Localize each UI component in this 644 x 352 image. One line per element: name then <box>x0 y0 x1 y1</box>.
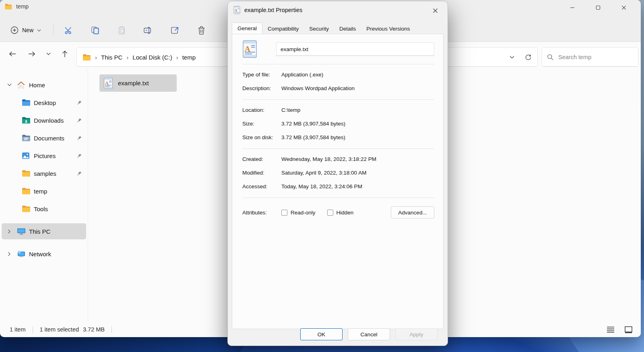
property-row: Description: Windows Wordpad Application <box>242 85 434 92</box>
forward-button[interactable] <box>24 46 39 62</box>
breadcrumb-chevron: › <box>175 54 180 61</box>
tab-general[interactable]: General <box>232 23 262 34</box>
refresh-button[interactable] <box>525 54 532 61</box>
breadcrumb-temp[interactable]: temp <box>180 52 198 62</box>
status-divider <box>33 326 33 333</box>
maximize-button[interactable] <box>585 0 611 15</box>
property-row: Location: C:\temp <box>242 107 434 113</box>
dialog-tab-strip: General Compatibility Security Details P… <box>232 22 444 34</box>
breadcrumb-local-disk[interactable]: Local Disk (C:) <box>130 52 174 62</box>
sidebar-item-this-pc[interactable]: This PC <box>2 223 86 239</box>
property-label: Modified: <box>242 169 281 176</box>
sidebar-item-tools[interactable]: Tools <box>2 200 86 218</box>
sidebar-item-downloads[interactable]: Downloads <box>2 111 86 129</box>
property-value: 3.72 MB (3,907,584 bytes) <box>281 120 345 127</box>
sidebar-item-temp[interactable]: temp <box>2 182 86 200</box>
new-button[interactable]: New <box>6 23 46 37</box>
hidden-checkbox[interactable] <box>327 210 333 216</box>
property-label: Location: <box>242 107 281 113</box>
downloads-folder-icon <box>22 116 31 124</box>
property-value: Saturday, April 9, 2022, 3:18:00 AM <box>281 169 366 176</box>
back-button[interactable] <box>5 46 20 62</box>
chevron-down-icon[interactable] <box>4 83 14 86</box>
minimize-button[interactable] <box>559 0 585 15</box>
breadcrumb-this-pc[interactable]: This PC <box>99 52 125 62</box>
property-row: Type of file: Application (.exe) <box>242 71 434 78</box>
apply-button: Apply <box>395 328 438 340</box>
status-divider <box>111 326 112 333</box>
new-button-label: New <box>22 27 33 33</box>
general-tab-page: A Type of file: Application (.exe) Descr… <box>232 34 444 329</box>
home-icon <box>17 81 26 89</box>
property-value: Today, May 18, 2022, 3:24:06 PM <box>281 183 362 190</box>
tab-previous-versions[interactable]: Previous Versions <box>361 24 415 34</box>
recent-locations-button[interactable] <box>41 46 56 62</box>
address-dropdown-button[interactable] <box>510 56 514 59</box>
breadcrumb-chevron: › <box>125 54 130 61</box>
sidebar-item-samples[interactable]: samples <box>2 165 86 182</box>
property-label: Accessed: <box>242 183 281 190</box>
copy-button[interactable] <box>86 22 104 38</box>
navigation-pane: Home Desktop Downloads <box>0 68 88 321</box>
chevron-right-icon[interactable] <box>4 252 14 256</box>
property-value: 3.72 MB (3,907,584 bytes) <box>281 134 345 141</box>
selection-size: 3.72 MB <box>83 326 105 333</box>
readonly-checkbox[interactable] <box>281 210 287 216</box>
share-button[interactable] <box>165 22 184 38</box>
file-example-txt[interactable]: A example.txt <box>99 74 177 92</box>
sidebar-item-label: Tools <box>34 206 48 212</box>
cancel-button[interactable]: Cancel <box>348 328 390 340</box>
sidebar-item-network[interactable]: Network <box>2 245 86 263</box>
property-row: Created: Wednesday, May 18, 2022, 3:18:2… <box>242 156 434 163</box>
rename-button[interactable] <box>139 22 157 38</box>
paste-button[interactable] <box>112 22 131 38</box>
rename-icon <box>143 26 153 35</box>
sidebar-item-label: Home <box>29 82 45 89</box>
wordpad-document-icon: A <box>233 6 240 14</box>
sidebar-item-label: Desktop <box>34 99 56 106</box>
properties-dialog: A example.txt Properties General Compati… <box>227 1 448 346</box>
filename-input[interactable] <box>276 42 434 56</box>
chevron-right-icon[interactable] <box>4 229 14 234</box>
wordpad-document-icon: A <box>103 78 113 89</box>
tab-compatibility[interactable]: Compatibility <box>262 24 304 34</box>
sidebar-item-label: Pictures <box>34 152 56 159</box>
tab-details[interactable]: Details <box>334 24 361 34</box>
search-input[interactable] <box>558 54 627 60</box>
pin-icon <box>76 153 82 159</box>
svg-text:A: A <box>235 8 238 12</box>
window-title: temp <box>16 3 29 10</box>
dialog-title-bar: A example.txt Properties <box>228 1 448 19</box>
up-button[interactable] <box>57 46 72 62</box>
pin-icon <box>76 171 82 176</box>
property-value: Windows Wordpad Application <box>281 85 355 92</box>
copy-icon <box>91 26 100 35</box>
attributes-label: Attributes: <box>242 210 281 216</box>
tab-security[interactable]: Security <box>304 24 334 34</box>
advanced-button[interactable]: Advanced... <box>391 206 434 218</box>
documents-folder-icon <box>22 134 31 142</box>
sidebar-item-label: Documents <box>34 135 64 142</box>
search-box[interactable] <box>542 47 638 67</box>
property-label: Size on disk: <box>242 134 281 141</box>
details-view-button[interactable] <box>605 323 617 336</box>
property-label: Description: <box>242 85 281 92</box>
toolbar-divider <box>53 24 54 36</box>
folder-icon <box>22 187 31 195</box>
sidebar-item-home[interactable]: Home <box>2 76 86 94</box>
large-icons-view-button[interactable] <box>622 323 634 336</box>
network-icon <box>17 250 26 258</box>
delete-button[interactable] <box>192 22 211 38</box>
dialog-close-button[interactable] <box>429 4 441 16</box>
this-pc-icon <box>17 227 26 235</box>
property-row: Modified: Saturday, April 9, 2022, 3:18:… <box>242 169 434 176</box>
property-value: C:\temp <box>281 107 300 113</box>
close-button[interactable] <box>611 0 637 15</box>
search-icon <box>547 54 553 60</box>
dialog-button-row: OK Cancel Apply <box>300 328 438 340</box>
sidebar-item-desktop[interactable]: Desktop <box>2 94 86 111</box>
sidebar-item-pictures[interactable]: Pictures <box>2 147 86 165</box>
ok-button[interactable]: OK <box>300 328 343 340</box>
cut-button[interactable] <box>59 22 78 38</box>
sidebar-item-documents[interactable]: Documents <box>2 129 86 147</box>
